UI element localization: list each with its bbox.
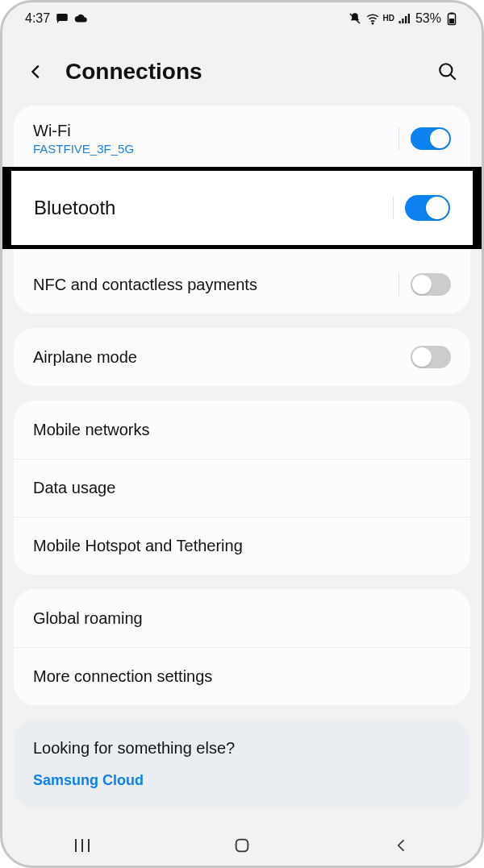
- battery-icon: [444, 11, 459, 26]
- row-more-settings[interactable]: More connection settings: [14, 647, 470, 705]
- mobile-networks-label: Mobile networks: [33, 421, 150, 439]
- mute-icon: [348, 11, 362, 26]
- bluetooth-toggle[interactable]: [405, 195, 450, 221]
- svg-rect-9: [450, 13, 454, 15]
- row-data-usage[interactable]: Data usage: [14, 459, 470, 517]
- row-global-roaming[interactable]: Global roaming: [14, 589, 470, 647]
- status-bar: 4:37 HD 53%: [2, 2, 482, 35]
- cloud-icon: [74, 11, 89, 26]
- wifi-network-name: FASTFIVE_3F_5G: [33, 142, 398, 156]
- wifi-label: Wi-Fi: [33, 122, 398, 140]
- nav-recents-button[interactable]: [58, 829, 106, 862]
- nav-home-button[interactable]: [218, 829, 266, 862]
- airplane-toggle[interactable]: [411, 346, 451, 368]
- chevron-left-icon: [27, 63, 45, 81]
- battery-percent: 53%: [415, 11, 441, 26]
- roaming-label: Global roaming: [33, 609, 143, 628]
- home-icon: [233, 837, 251, 854]
- svg-rect-3: [398, 21, 400, 23]
- page-title: Connections: [65, 59, 419, 85]
- svg-rect-6: [408, 14, 410, 23]
- recents-icon: [73, 837, 92, 853]
- airplane-label: Airplane mode: [33, 348, 411, 367]
- bluetooth-label: Bluetooth: [34, 197, 393, 219]
- divider: [393, 197, 394, 219]
- hotspot-label: Mobile Hotspot and Tethering: [33, 537, 243, 555]
- card-more-group: Global roaming More connection settings: [14, 589, 470, 705]
- wifi-toggle[interactable]: [411, 127, 451, 150]
- signal-icon: [398, 11, 412, 26]
- nfc-label: NFC and contactless payments: [33, 276, 398, 294]
- card-looking-for: Looking for something else? Samsung Clou…: [14, 720, 470, 808]
- card-network-group: Mobile networks Data usage Mobile Hotspo…: [14, 401, 470, 575]
- looking-for-title: Looking for something else?: [33, 739, 451, 758]
- svg-rect-4: [402, 19, 403, 23]
- divider: [398, 127, 399, 150]
- page-header: Connections: [2, 35, 482, 106]
- svg-rect-15: [236, 840, 248, 852]
- svg-point-10: [440, 64, 452, 76]
- data-usage-label: Data usage: [33, 479, 115, 497]
- row-bluetooth[interactable]: Bluetooth: [11, 171, 473, 245]
- row-hotspot[interactable]: Mobile Hotspot and Tethering: [14, 517, 470, 575]
- divider: [398, 273, 399, 296]
- back-button[interactable]: [22, 57, 51, 86]
- search-icon: [437, 61, 458, 82]
- card-airplane: Airplane mode: [14, 328, 470, 386]
- link-samsung-cloud[interactable]: Samsung Cloud: [33, 772, 451, 789]
- search-button[interactable]: [433, 57, 462, 86]
- row-mobile-networks[interactable]: Mobile networks: [14, 401, 470, 459]
- row-wifi[interactable]: Wi-Fi FASTFIVE_3F_5G: [14, 106, 470, 172]
- chat-icon: [55, 11, 69, 26]
- wifi-icon: [365, 11, 380, 26]
- svg-rect-5: [405, 16, 407, 23]
- more-settings-label: More connection settings: [33, 667, 212, 686]
- svg-line-11: [450, 74, 456, 80]
- nfc-toggle[interactable]: [411, 273, 451, 296]
- highlight-bluetooth: Bluetooth: [0, 167, 484, 249]
- chevron-left-icon: [394, 837, 410, 853]
- svg-point-2: [372, 23, 373, 24]
- svg-rect-0: [56, 14, 68, 21]
- hd-voice-icon: HD: [383, 15, 394, 23]
- android-nav-bar: [2, 823, 482, 868]
- svg-rect-8: [449, 19, 454, 23]
- status-time: 4:37: [25, 11, 50, 26]
- row-airplane[interactable]: Airplane mode: [14, 328, 470, 386]
- nav-back-button[interactable]: [378, 829, 426, 862]
- row-nfc[interactable]: NFC and contactless payments: [14, 255, 470, 314]
